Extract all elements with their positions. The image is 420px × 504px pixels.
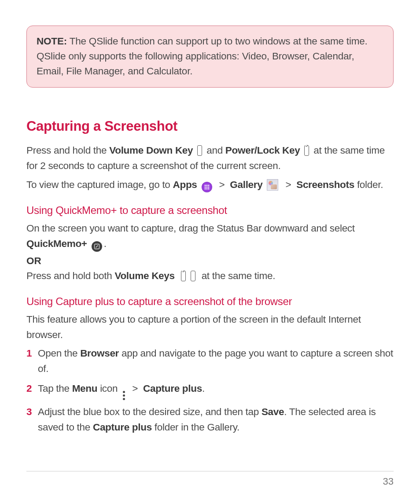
steps-list: 1 Open the Browser app and navigate to t… xyxy=(26,346,394,435)
capture-plus-folder-label: Capture plus xyxy=(93,422,152,433)
note-box: NOTE: The QSlide function can support up… xyxy=(26,26,394,88)
step-2: 2 Tap the Menu icon > Capture plus. xyxy=(26,381,394,400)
page-footer: 33 xyxy=(26,471,394,487)
note-label: NOTE: xyxy=(37,36,67,47)
menu-label: Menu xyxy=(72,383,98,394)
step-number: 2 xyxy=(26,381,38,397)
quickmemo-label: QuickMemo+ xyxy=(26,238,87,249)
browser-label: Browser xyxy=(80,348,119,359)
step-1: 1 Open the Browser app and navigate to t… xyxy=(26,346,394,377)
svg-point-3 xyxy=(204,187,206,188)
screenshots-label: Screenshots xyxy=(296,179,354,190)
volume-down-key-icon xyxy=(197,145,202,156)
svg-point-2 xyxy=(208,185,209,186)
paragraph-volume-keys: Press and hold both Volume Keys at the s… xyxy=(26,269,394,284)
step-number: 3 xyxy=(26,405,38,420)
subheading-quickmemo: Using QuickMemo+ to capture a screenshot xyxy=(26,204,394,217)
gallery-label: Gallery xyxy=(230,179,262,190)
volume-down-key-label: Volume Down Key xyxy=(109,145,193,156)
note-text: The QSlide function can support up to tw… xyxy=(37,36,368,77)
paragraph-capture-plus-intro: This feature allows you to capture a por… xyxy=(26,312,394,343)
svg-point-6 xyxy=(204,188,206,190)
quickmemo-icon xyxy=(92,241,102,252)
menu-kebab-icon xyxy=(123,391,125,400)
power-lock-key-label: Power/Lock Key xyxy=(225,145,300,156)
save-label: Save xyxy=(262,406,284,417)
gallery-icon xyxy=(267,179,278,191)
or-label: OR xyxy=(26,255,394,267)
svg-point-0 xyxy=(204,185,206,186)
step-number: 1 xyxy=(26,346,38,361)
volume-keys-label: Volume Keys xyxy=(114,270,174,281)
paragraph-view-captured: To view the captured image, go to Apps >… xyxy=(26,177,394,193)
svg-point-1 xyxy=(206,185,207,186)
section-heading: Capturing a Screenshot xyxy=(26,118,394,134)
svg-point-4 xyxy=(206,187,207,188)
svg-point-5 xyxy=(208,187,209,188)
paragraph-quickmemo: On the screen you want to capture, drag … xyxy=(26,221,394,252)
svg-point-8 xyxy=(208,188,209,190)
step-3: 3 Adjust the blue box to the desired siz… xyxy=(26,405,394,435)
svg-point-7 xyxy=(206,188,207,190)
subheading-capture-plus: Using Capture plus to capture a screensh… xyxy=(26,295,394,308)
page-number: 33 xyxy=(383,476,394,487)
volume-keys-icon xyxy=(179,271,197,281)
power-lock-key-icon xyxy=(304,145,309,156)
paragraph-press-hold: Press and hold the Volume Down Key and P… xyxy=(26,143,394,174)
capture-plus-label: Capture plus xyxy=(143,383,202,394)
apps-icon xyxy=(202,182,212,192)
apps-label: Apps xyxy=(173,179,197,190)
